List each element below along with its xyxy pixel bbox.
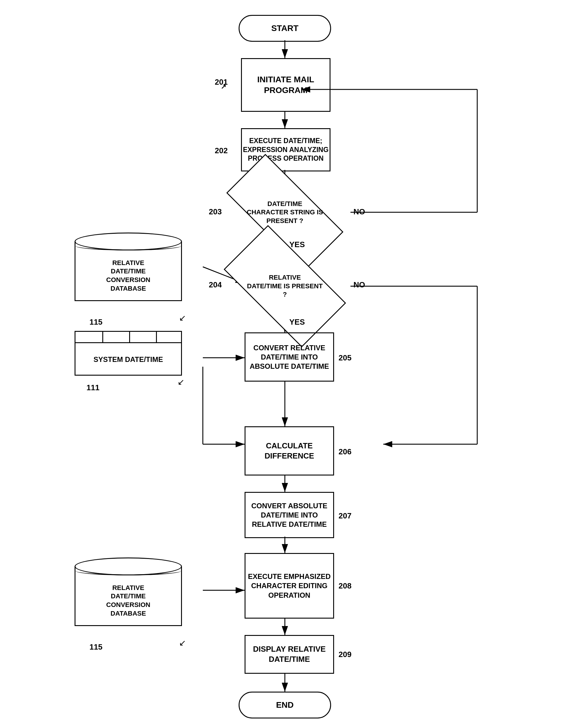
ref-201-arrow: ↗	[221, 83, 226, 91]
db-115a: RELATIVE DATE/TIME CONVERSION DATABASE	[74, 232, 182, 310]
node-206: CALCULATE DIFFERENCE	[245, 426, 334, 476]
ref-204: 204	[209, 280, 222, 289]
ref-208: 208	[338, 581, 351, 591]
ref-203: 203	[209, 207, 222, 216]
ref-202: 202	[215, 146, 228, 155]
start-node: START	[239, 15, 331, 42]
yes-label-204: YES	[289, 317, 305, 327]
ref-111-curve: ↙	[178, 377, 184, 387]
node-201: INITIATE MAIL PROGRAM	[241, 58, 330, 112]
node-208: EXECUTE EMPHASIZED CHARACTER EDITING OPE…	[245, 553, 334, 619]
db-115b-label: RELATIVE DATE/TIME CONVERSION DATABASE	[74, 574, 182, 628]
ref-115a-curve: ↙	[179, 313, 186, 323]
ref-115a: 115	[89, 317, 102, 327]
ref-115b: 115	[89, 642, 102, 652]
flowchart-diagram: START INITIATE MAIL PROGRAM 201 ↗ EXECUT…	[0, 0, 570, 728]
node-203-container: DATE/TIME CHARACTER STRING IS PRESENT ?	[230, 185, 340, 240]
end-node: END	[239, 692, 331, 718]
ref-115b-curve: ↙	[179, 638, 186, 648]
no-label-204: NO	[353, 280, 365, 289]
ref-206: 206	[338, 447, 351, 457]
yes-label-203: YES	[289, 240, 305, 249]
node-207: CONVERT ABSOLUTE DATE/TIME INTO RELATIVE…	[245, 492, 334, 538]
ref-207: 207	[338, 511, 351, 521]
node-204: RELATIVE DATE/TIME IS PRESENT ?	[230, 255, 340, 317]
db-115b: RELATIVE DATE/TIME CONVERSION DATABASE	[74, 558, 182, 635]
db-111: SYSTEM DATE/TIME	[74, 331, 182, 376]
no-label-203: NO	[353, 207, 365, 216]
node-203: DATE/TIME CHARACTER STRING IS PRESENT ?	[230, 185, 340, 240]
ref-205: 205	[338, 353, 351, 362]
ref-111: 111	[86, 383, 99, 392]
node-205: CONVERT RELATIVE DATE/TIME INTO ABSOLUTE…	[245, 332, 334, 382]
node-209: DISPLAY RELATIVE DATE/TIME	[245, 635, 334, 674]
ref-209: 209	[338, 650, 351, 659]
db-111-label: SYSTEM DATE/TIME	[75, 344, 181, 375]
db-115a-label: RELATIVE DATE/TIME CONVERSION DATABASE	[74, 249, 182, 302]
node-204-container: RELATIVE DATE/TIME IS PRESENT ?	[230, 255, 340, 317]
